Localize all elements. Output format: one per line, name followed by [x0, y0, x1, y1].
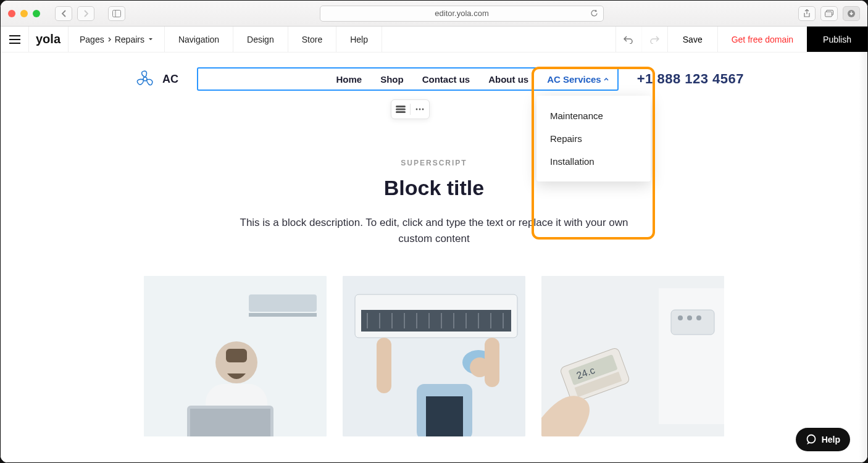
- nav-shop[interactable]: Shop: [380, 74, 404, 85]
- svg-rect-10: [396, 106, 406, 107]
- download-icon[interactable]: [843, 6, 860, 21]
- svg-point-49: [687, 315, 692, 320]
- chevron-right-icon: [108, 37, 111, 42]
- svg-point-48: [678, 315, 683, 320]
- svg-rect-18: [249, 313, 317, 317]
- svg-point-15: [422, 109, 424, 111]
- block-description[interactable]: This is a block description. To edit, cl…: [230, 215, 638, 248]
- svg-point-55: [807, 435, 815, 443]
- svg-rect-46: [659, 288, 724, 424]
- nav-services[interactable]: AC Services: [547, 74, 609, 85]
- save-button[interactable]: Save: [667, 27, 717, 52]
- site-phone[interactable]: +1 888 123 4567: [637, 71, 744, 87]
- site-header: AC Home Shop Contact us About us AC Serv…: [1, 52, 867, 91]
- svg-rect-20: [226, 349, 247, 362]
- svg-rect-47: [671, 310, 714, 335]
- toolbar-design[interactable]: Design: [233, 27, 288, 52]
- maximize-window-icon[interactable]: [33, 10, 40, 17]
- svg-rect-11: [396, 109, 406, 111]
- tabs-icon[interactable]: [820, 6, 838, 21]
- services-dropdown: Maintenance Repairs Installation: [536, 96, 651, 181]
- redo-button[interactable]: [641, 27, 667, 52]
- block-content: SUPERSCRIPT Block title This is a block …: [131, 159, 737, 436]
- card-image-2[interactable]: [343, 276, 525, 436]
- browser-back-button[interactable]: [55, 6, 72, 21]
- element-toolbar: [391, 99, 430, 119]
- url-text: editor.yola.com: [435, 9, 488, 18]
- close-window-icon[interactable]: [8, 10, 15, 17]
- svg-point-50: [696, 315, 701, 320]
- undo-button[interactable]: [616, 27, 641, 52]
- browser-forward-button[interactable]: [77, 6, 94, 21]
- brand-name: AC: [162, 73, 178, 86]
- yola-logo[interactable]: yola: [29, 27, 69, 52]
- menu-button[interactable]: [1, 27, 29, 52]
- editor-canvas: AC Home Shop Contact us About us AC Serv…: [1, 52, 867, 462]
- svg-rect-0: [113, 10, 121, 17]
- svg-rect-12: [396, 111, 406, 113]
- address-bar[interactable]: editor.yola.com: [320, 6, 604, 22]
- fan-icon: [135, 69, 155, 89]
- nav-contact[interactable]: Contact us: [422, 74, 470, 85]
- more-icon[interactable]: [411, 100, 429, 119]
- toolbar-navigation[interactable]: Navigation: [165, 27, 233, 52]
- svg-rect-23: [190, 409, 270, 436]
- reload-icon[interactable]: [590, 9, 598, 17]
- svg-point-14: [419, 109, 421, 111]
- breadcrumb[interactable]: Pages Repairs: [69, 27, 165, 52]
- caret-down-icon: [148, 38, 153, 41]
- card-row: 24.c: [144, 276, 724, 436]
- toolbar-help[interactable]: Help: [336, 27, 382, 52]
- current-page-label: Repairs: [115, 35, 144, 44]
- chevron-up-icon: [604, 78, 609, 81]
- svg-point-13: [416, 109, 418, 111]
- svg-rect-43: [377, 338, 391, 393]
- dropdown-item-maintenance[interactable]: Maintenance: [536, 104, 651, 127]
- chat-icon: [806, 434, 817, 445]
- help-widget[interactable]: Help: [796, 428, 850, 451]
- scrollbar[interactable]: [859, 52, 867, 462]
- card-image-1[interactable]: [144, 276, 327, 436]
- layout-icon[interactable]: [391, 100, 410, 119]
- nav-home[interactable]: Home: [336, 74, 362, 85]
- site-brand[interactable]: AC: [135, 69, 178, 89]
- svg-rect-26: [361, 310, 511, 332]
- svg-rect-44: [485, 338, 499, 387]
- card-image-3[interactable]: 24.c: [541, 276, 724, 436]
- publish-button[interactable]: Publish: [807, 27, 867, 52]
- svg-rect-17: [249, 294, 317, 312]
- svg-rect-3: [825, 12, 832, 17]
- sidebar-toggle-icon[interactable]: [108, 6, 125, 21]
- svg-rect-40: [426, 396, 463, 436]
- nav-about[interactable]: About us: [488, 74, 528, 85]
- minimize-window-icon[interactable]: [20, 10, 28, 17]
- get-free-domain-button[interactable]: Get free domain: [717, 27, 807, 52]
- browser-chrome: editor.yola.com: [1, 1, 867, 27]
- app-toolbar: yola Pages Repairs Navigation Design Sto…: [1, 27, 867, 52]
- share-icon[interactable]: [798, 6, 816, 21]
- window-controls: [8, 10, 40, 17]
- pages-label: Pages: [80, 35, 104, 44]
- dropdown-item-installation[interactable]: Installation: [536, 150, 651, 173]
- site-nav-selected[interactable]: Home Shop Contact us About us AC Service…: [197, 67, 619, 91]
- svg-text:yola: yola: [36, 33, 61, 46]
- toolbar-store[interactable]: Store: [288, 27, 336, 52]
- dropdown-item-repairs[interactable]: Repairs: [536, 127, 651, 150]
